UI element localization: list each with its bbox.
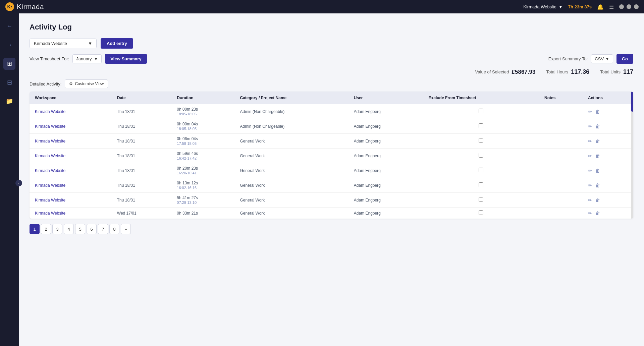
cell-user: Adam Engberg bbox=[348, 193, 423, 208]
window-controls bbox=[619, 4, 639, 9]
cell-exclude[interactable] bbox=[423, 104, 539, 119]
cell-actions: ✏ 🗑 bbox=[583, 208, 633, 219]
delete-icon[interactable]: 🗑 bbox=[595, 124, 600, 129]
cell-exclude[interactable] bbox=[423, 119, 539, 134]
page-button-3[interactable]: 3 bbox=[52, 224, 62, 234]
left-sidebar: ← → ⊞ ⊟ 📁 ‹ bbox=[0, 13, 19, 346]
page-button-4[interactable]: 4 bbox=[64, 224, 74, 234]
cell-exclude[interactable] bbox=[423, 149, 539, 163]
delete-icon[interactable]: 🗑 bbox=[595, 138, 600, 144]
col-date: Date bbox=[112, 92, 172, 104]
minimize-button[interactable] bbox=[619, 4, 624, 9]
cell-notes bbox=[539, 208, 583, 219]
menu-icon[interactable]: ☰ bbox=[609, 4, 614, 10]
edit-icon[interactable]: ✏ bbox=[588, 197, 592, 203]
table-row: Kirmada Website Thu 18/01 0h 13m 12s 16:… bbox=[30, 178, 633, 193]
detailed-activity-label: Detailed Activity: bbox=[30, 81, 61, 86]
exclude-checkbox[interactable] bbox=[479, 138, 483, 143]
edit-icon[interactable]: ✏ bbox=[588, 124, 592, 129]
cell-duration: 0h 13m 12s 16:02-16:16 bbox=[171, 178, 234, 193]
page-button-5[interactable]: 5 bbox=[75, 224, 85, 234]
sidebar-collapse-button[interactable]: ‹ bbox=[15, 180, 22, 186]
exclude-checkbox[interactable] bbox=[479, 210, 483, 215]
export-format-dropdown[interactable]: CSV ▼ bbox=[591, 54, 613, 63]
stat-value-selected: Value of Selected £5867.93 bbox=[475, 69, 536, 75]
delete-icon[interactable]: 🗑 bbox=[595, 183, 600, 188]
cell-duration: 0h 59m 46s 16:42-17:42 bbox=[171, 149, 234, 163]
cell-workspace: Kirmada Website bbox=[30, 178, 112, 193]
cell-notes bbox=[539, 119, 583, 134]
workspace-dropdown[interactable]: Kirmada Website ▼ bbox=[30, 39, 97, 48]
edit-icon[interactable]: ✏ bbox=[588, 138, 592, 144]
edit-icon[interactable]: ✏ bbox=[588, 183, 592, 188]
export-chevron-icon: ▼ bbox=[605, 56, 609, 61]
exclude-checkbox[interactable] bbox=[479, 109, 483, 113]
view-summary-button[interactable]: View Summary bbox=[105, 54, 147, 64]
maximize-button[interactable] bbox=[627, 4, 631, 9]
folder-icon: 📁 bbox=[6, 98, 13, 105]
customise-view-button[interactable]: ⚙ Customise View bbox=[65, 79, 108, 88]
page-button-1[interactable]: 1 bbox=[30, 224, 40, 234]
delete-icon[interactable]: 🗑 bbox=[595, 153, 600, 159]
notification-icon[interactable]: 🔔 bbox=[597, 4, 604, 10]
delete-icon[interactable]: 🗑 bbox=[595, 168, 600, 173]
edit-icon[interactable]: ✏ bbox=[588, 168, 592, 173]
logo-icon: K• bbox=[5, 2, 14, 11]
edit-icon[interactable]: ✏ bbox=[588, 153, 592, 159]
edit-icon[interactable]: ✏ bbox=[588, 211, 592, 216]
timesheet-export-row: View Timesheet For: January ▼ View Summa… bbox=[30, 54, 633, 64]
delete-icon[interactable]: 🗑 bbox=[595, 197, 600, 203]
col-notes: Notes bbox=[539, 92, 583, 104]
grid-icon: ⊞ bbox=[7, 60, 12, 67]
page-button-6[interactable]: 6 bbox=[87, 224, 97, 234]
cell-exclude[interactable] bbox=[423, 163, 539, 178]
page-button-2[interactable]: 2 bbox=[41, 224, 51, 234]
sidebar-item-folder[interactable]: 📁 bbox=[3, 95, 15, 107]
cell-duration: 0h 00m 04s 18:05-18:05 bbox=[171, 119, 234, 134]
sidebar-item-list[interactable]: ⊟ bbox=[3, 76, 15, 89]
delete-icon[interactable]: 🗑 bbox=[595, 211, 600, 216]
sidebar-item-forward[interactable]: → bbox=[3, 39, 15, 51]
cell-duration: 0h 06m 04s 17:58-18:05 bbox=[171, 134, 234, 149]
table-header: Workspace Date Duration Category / Proje… bbox=[30, 92, 633, 104]
add-entry-button[interactable]: Add entry bbox=[101, 38, 133, 49]
cell-time-range: 16:42-17:42 bbox=[177, 156, 229, 160]
delete-icon[interactable]: 🗑 bbox=[595, 109, 600, 114]
exclude-checkbox[interactable] bbox=[479, 153, 483, 158]
exclude-checkbox[interactable] bbox=[479, 168, 483, 172]
go-button[interactable]: Go bbox=[616, 54, 633, 64]
top-navigation: K• Kirmada Kirmada Website ▼ 7h 23m 37s … bbox=[0, 0, 644, 13]
cell-user: Adam Engberg bbox=[348, 119, 423, 134]
top-nav-right: Kirmada Website ▼ 7h 23m 37s 🔔 ☰ bbox=[523, 4, 639, 10]
month-dropdown[interactable]: January ▼ bbox=[72, 54, 102, 63]
exclude-checkbox[interactable] bbox=[479, 123, 483, 128]
cell-actions: ✏ 🗑 bbox=[583, 104, 633, 119]
cell-exclude[interactable] bbox=[423, 208, 539, 219]
page-button-8[interactable]: 8 bbox=[109, 224, 119, 234]
table-scrollbar[interactable] bbox=[631, 92, 633, 219]
back-icon: ← bbox=[6, 23, 12, 30]
exclude-checkbox[interactable] bbox=[479, 197, 483, 202]
edit-icon[interactable]: ✏ bbox=[588, 109, 592, 114]
cell-exclude[interactable] bbox=[423, 178, 539, 193]
close-button[interactable] bbox=[634, 4, 639, 9]
stats-bar: Value of Selected £5867.93 Total Hours 1… bbox=[30, 68, 633, 75]
cell-user: Adam Engberg bbox=[348, 134, 423, 149]
workspace-selector[interactable]: Kirmada Website ▼ bbox=[523, 4, 563, 9]
cell-exclude[interactable] bbox=[423, 193, 539, 208]
total-units-value: 117 bbox=[623, 68, 633, 75]
pagination: 12345678» bbox=[30, 224, 633, 234]
cell-date: Thu 18/01 bbox=[112, 119, 172, 134]
toolbar-row: Kirmada Website ▼ Add entry bbox=[30, 38, 633, 49]
page-title: Activity Log bbox=[30, 23, 633, 32]
cell-category: Admin (Non Chargeable) bbox=[235, 104, 348, 119]
sidebar-item-grid[interactable]: ⊞ bbox=[3, 58, 15, 70]
page-button-»[interactable]: » bbox=[121, 224, 131, 234]
cell-exclude[interactable] bbox=[423, 134, 539, 149]
table-row: Kirmada Website Thu 18/01 0h 06m 04s 17:… bbox=[30, 134, 633, 149]
cell-category: General Work bbox=[235, 178, 348, 193]
page-button-7[interactable]: 7 bbox=[98, 224, 108, 234]
exclude-checkbox[interactable] bbox=[479, 182, 483, 187]
sidebar-item-back[interactable]: ← bbox=[3, 20, 15, 32]
forward-icon: → bbox=[6, 42, 12, 49]
